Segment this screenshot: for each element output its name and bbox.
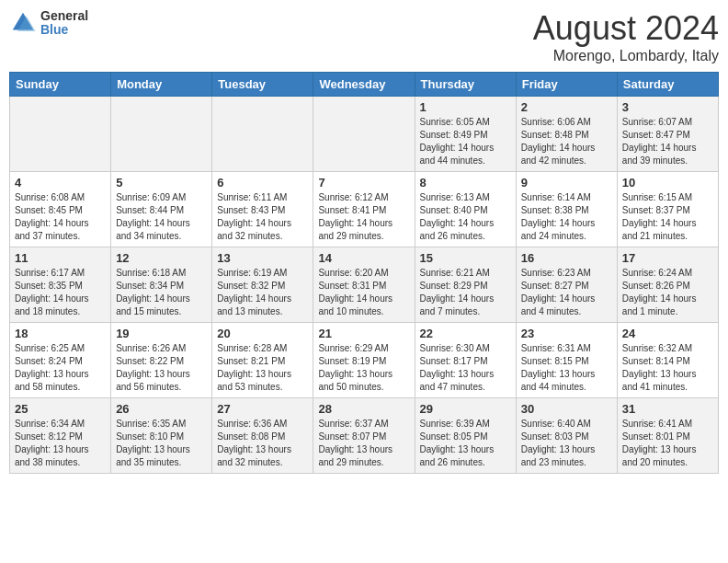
day-info: Sunrise: 6:34 AM Sunset: 8:12 PM Dayligh… xyxy=(15,418,106,469)
day-number: 1 xyxy=(420,100,511,114)
day-info: Sunrise: 6:41 AM Sunset: 8:01 PM Dayligh… xyxy=(622,418,713,469)
day-number: 12 xyxy=(116,251,207,265)
day-info: Sunrise: 6:26 AM Sunset: 8:22 PM Dayligh… xyxy=(116,342,207,394)
day-info: Sunrise: 6:39 AM Sunset: 8:05 PM Dayligh… xyxy=(420,418,511,469)
day-number: 31 xyxy=(622,402,713,416)
day-cell xyxy=(212,97,313,172)
day-cell xyxy=(313,97,415,172)
day-info: Sunrise: 6:20 AM Sunset: 8:31 PM Dayligh… xyxy=(318,267,409,318)
day-number: 30 xyxy=(521,402,612,416)
day-number: 19 xyxy=(116,327,207,340)
month-year: August 2024 xyxy=(533,9,719,48)
day-number: 16 xyxy=(521,251,612,265)
day-info: Sunrise: 6:12 AM Sunset: 8:41 PM Dayligh… xyxy=(318,191,409,243)
day-info: Sunrise: 6:05 AM Sunset: 8:49 PM Dayligh… xyxy=(420,116,511,167)
day-cell: 29Sunrise: 6:39 AM Sunset: 8:05 PM Dayli… xyxy=(415,398,516,474)
header-row: SundayMondayTuesdayWednesdayThursdayFrid… xyxy=(10,73,719,97)
day-info: Sunrise: 6:21 AM Sunset: 8:29 PM Dayligh… xyxy=(420,267,511,318)
day-number: 22 xyxy=(420,327,511,340)
day-number: 3 xyxy=(622,100,713,114)
day-number: 4 xyxy=(15,176,106,190)
day-cell: 26Sunrise: 6:35 AM Sunset: 8:10 PM Dayli… xyxy=(111,398,212,474)
day-number: 29 xyxy=(420,402,511,416)
day-info: Sunrise: 6:31 AM Sunset: 8:15 PM Dayligh… xyxy=(521,342,612,394)
day-cell: 17Sunrise: 6:24 AM Sunset: 8:26 PM Dayli… xyxy=(617,247,718,323)
day-number: 14 xyxy=(318,251,409,265)
logo-icon xyxy=(9,9,37,37)
day-info: Sunrise: 6:25 AM Sunset: 8:24 PM Dayligh… xyxy=(15,342,106,394)
day-info: Sunrise: 6:30 AM Sunset: 8:17 PM Dayligh… xyxy=(420,342,511,394)
day-cell: 16Sunrise: 6:23 AM Sunset: 8:27 PM Dayli… xyxy=(516,247,617,323)
day-number: 15 xyxy=(420,251,511,265)
day-info: Sunrise: 6:36 AM Sunset: 8:08 PM Dayligh… xyxy=(217,418,308,469)
logo-blue: Blue xyxy=(40,23,88,37)
header-thursday: Thursday xyxy=(415,73,516,97)
title-block: August 2024 Morengo, Lombardy, Italy xyxy=(533,9,719,64)
day-cell xyxy=(10,97,111,172)
day-number: 9 xyxy=(521,176,612,190)
day-cell: 20Sunrise: 6:28 AM Sunset: 8:21 PM Dayli… xyxy=(212,323,313,398)
day-cell: 18Sunrise: 6:25 AM Sunset: 8:24 PM Dayli… xyxy=(10,323,111,398)
day-info: Sunrise: 6:15 AM Sunset: 8:37 PM Dayligh… xyxy=(622,191,713,243)
day-number: 18 xyxy=(15,327,106,340)
day-number: 2 xyxy=(521,100,612,114)
day-info: Sunrise: 6:18 AM Sunset: 8:34 PM Dayligh… xyxy=(116,267,207,318)
day-cell: 9Sunrise: 6:14 AM Sunset: 8:38 PM Daylig… xyxy=(516,172,617,247)
week-row-1: 1Sunrise: 6:05 AM Sunset: 8:49 PM Daylig… xyxy=(10,97,719,172)
day-number: 5 xyxy=(116,176,207,190)
header-sunday: Sunday xyxy=(10,73,111,97)
day-cell: 25Sunrise: 6:34 AM Sunset: 8:12 PM Dayli… xyxy=(10,398,111,474)
logo: General Blue xyxy=(9,9,88,38)
day-number: 6 xyxy=(217,176,308,190)
day-cell: 10Sunrise: 6:15 AM Sunset: 8:37 PM Dayli… xyxy=(617,172,718,247)
day-cell: 7Sunrise: 6:12 AM Sunset: 8:41 PM Daylig… xyxy=(313,172,415,247)
day-number: 13 xyxy=(217,251,308,265)
day-cell: 3Sunrise: 6:07 AM Sunset: 8:47 PM Daylig… xyxy=(617,97,718,172)
day-info: Sunrise: 6:28 AM Sunset: 8:21 PM Dayligh… xyxy=(217,342,308,394)
day-cell: 12Sunrise: 6:18 AM Sunset: 8:34 PM Dayli… xyxy=(111,247,212,323)
header-wednesday: Wednesday xyxy=(313,73,415,97)
day-cell xyxy=(111,97,212,172)
day-info: Sunrise: 6:23 AM Sunset: 8:27 PM Dayligh… xyxy=(521,267,612,318)
day-cell: 15Sunrise: 6:21 AM Sunset: 8:29 PM Dayli… xyxy=(415,247,516,323)
day-cell: 13Sunrise: 6:19 AM Sunset: 8:32 PM Dayli… xyxy=(212,247,313,323)
day-cell: 5Sunrise: 6:09 AM Sunset: 8:44 PM Daylig… xyxy=(111,172,212,247)
day-cell: 24Sunrise: 6:32 AM Sunset: 8:14 PM Dayli… xyxy=(617,323,718,398)
day-number: 27 xyxy=(217,402,308,416)
week-row-5: 25Sunrise: 6:34 AM Sunset: 8:12 PM Dayli… xyxy=(10,398,719,474)
location: Morengo, Lombardy, Italy xyxy=(533,48,719,64)
day-info: Sunrise: 6:17 AM Sunset: 8:35 PM Dayligh… xyxy=(15,267,106,318)
day-number: 10 xyxy=(622,176,713,190)
day-info: Sunrise: 6:09 AM Sunset: 8:44 PM Dayligh… xyxy=(116,191,207,243)
day-number: 11 xyxy=(15,251,106,265)
header-friday: Friday xyxy=(516,73,617,97)
day-cell: 1Sunrise: 6:05 AM Sunset: 8:49 PM Daylig… xyxy=(415,97,516,172)
day-number: 26 xyxy=(116,402,207,416)
day-cell: 19Sunrise: 6:26 AM Sunset: 8:22 PM Dayli… xyxy=(111,323,212,398)
day-info: Sunrise: 6:32 AM Sunset: 8:14 PM Dayligh… xyxy=(622,342,713,394)
day-cell: 23Sunrise: 6:31 AM Sunset: 8:15 PM Dayli… xyxy=(516,323,617,398)
day-info: Sunrise: 6:40 AM Sunset: 8:03 PM Dayligh… xyxy=(521,418,612,469)
day-info: Sunrise: 6:19 AM Sunset: 8:32 PM Dayligh… xyxy=(217,267,308,318)
week-row-4: 18Sunrise: 6:25 AM Sunset: 8:24 PM Dayli… xyxy=(10,323,719,398)
header-monday: Monday xyxy=(111,73,212,97)
day-cell: 21Sunrise: 6:29 AM Sunset: 8:19 PM Dayli… xyxy=(313,323,415,398)
day-cell: 11Sunrise: 6:17 AM Sunset: 8:35 PM Dayli… xyxy=(10,247,111,323)
day-cell: 4Sunrise: 6:08 AM Sunset: 8:45 PM Daylig… xyxy=(10,172,111,247)
day-number: 7 xyxy=(318,176,409,190)
day-cell: 27Sunrise: 6:36 AM Sunset: 8:08 PM Dayli… xyxy=(212,398,313,474)
day-number: 20 xyxy=(217,327,308,340)
day-number: 8 xyxy=(420,176,511,190)
logo-text: General Blue xyxy=(40,9,88,38)
header-saturday: Saturday xyxy=(617,73,718,97)
calendar-table: SundayMondayTuesdayWednesdayThursdayFrid… xyxy=(9,72,719,474)
day-info: Sunrise: 6:29 AM Sunset: 8:19 PM Dayligh… xyxy=(318,342,409,394)
day-number: 23 xyxy=(521,327,612,340)
day-info: Sunrise: 6:37 AM Sunset: 8:07 PM Dayligh… xyxy=(318,418,409,469)
day-info: Sunrise: 6:24 AM Sunset: 8:26 PM Dayligh… xyxy=(622,267,713,318)
day-cell: 6Sunrise: 6:11 AM Sunset: 8:43 PM Daylig… xyxy=(212,172,313,247)
header-tuesday: Tuesday xyxy=(212,73,313,97)
logo-general: General xyxy=(40,9,88,23)
day-number: 25 xyxy=(15,402,106,416)
day-number: 17 xyxy=(622,251,713,265)
